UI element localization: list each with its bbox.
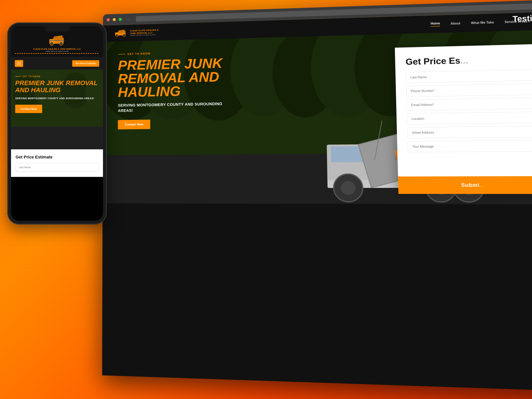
phone-estimate-card: Get Price Estimate [11,149,103,177]
phone-get-price-button[interactable]: Get Price Estimate [72,60,99,67]
phone-label-line [15,76,21,76]
testimony-cutoff-area: Testimo [478,14,532,28]
website-logo-area: CLEAN SLATE HAULING & JUNK REMOVAL LLC S… [114,28,159,38]
panel-submit-button[interactable]: Submi... [398,176,532,194]
panel-phone-input[interactable] [406,84,532,97]
phone-contact-now-button[interactable]: Contact Now [15,105,42,113]
browser-nav-buttons: ‹ › [126,17,130,21]
browser-forward-button[interactable]: › [129,17,130,21]
website-hero-title: PREMIER JUNK REMOVAL AND HAULING [118,56,254,99]
phone-logo-tagline: START WITH A CLEAN SLATE [46,51,69,52]
panel-message-input[interactable] [408,140,532,152]
phone-estimate-title: Get Price Estimate [16,155,98,160]
website-contact-now-button[interactable]: Contact Now [118,120,150,129]
phone-screen: CLEAN SLATE HAULING & JUNK REMOVAL LLC S… [11,26,103,221]
phone-frame: CLEAN SLATE HAULING & JUNK REMOVAL LLC S… [8,23,106,224]
phone-hero: GET TO KNOW PREMIER JUNK REMOVAL AND HAU… [11,70,103,149]
nav-link-about[interactable]: About [450,22,460,25]
svg-rect-7 [49,40,64,41]
phone-logo-decoration [15,53,99,54]
hamburger-menu-button[interactable] [15,60,23,67]
nav-link-home[interactable]: Home [431,22,440,27]
panel-location-input[interactable] [407,112,532,125]
website-hero-subtitle: SERVING MONTGOMERY COUNTY AND SUROUNDING… [118,101,234,113]
panel-title: Get Price Es... [405,54,532,67]
phone-hero-content: GET TO KNOW PREMIER JUNK REMOVAL AND HAU… [11,70,103,119]
panel-street-address-input[interactable] [407,126,532,139]
phone-get-to-know-label: GET TO KNOW [15,75,99,77]
phone-hero-subtitle: SERVING MONTGOMERY COUNTY AND SUROUNDING… [15,97,99,100]
phone-notch [45,26,69,32]
hamburger-line-3 [17,65,21,65]
hamburger-line-2 [17,63,21,64]
phone-hero-title: PREMIER JUNK REMOVAL AND HAULING [15,79,99,94]
browser-maximize-dot[interactable] [119,18,122,21]
svg-point-3 [51,43,52,44]
website-get-to-know-text: GET TO KNOW [127,52,151,56]
svg-point-5 [60,43,62,44]
browser-minimize-dot[interactable] [113,18,116,21]
phone-navbar: Get Price Estimate [11,57,103,70]
website-logo-text-block: CLEAN SLATE HAULING & JUNK REMOVAL LLC S… [130,29,159,36]
hamburger-line-1 [17,62,21,62]
panel-email-input[interactable] [407,98,532,111]
testimony-text: Testimo [513,14,532,24]
phone-mockup: CLEAN SLATE HAULING & JUNK REMOVAL LLC S… [8,23,106,376]
browser-close-dot[interactable] [107,18,110,21]
phone-logo-icon [48,34,66,47]
laptop-mockup: ‹ › Testimo [103,11,517,372]
website-get-to-know-line [118,54,126,55]
phone-last-name-input[interactable] [16,163,98,171]
browser-frame: ‹ › Testimo [102,0,532,391]
browser-back-button[interactable]: ‹ [126,18,127,21]
price-estimate-panel: Get Price Es... Submi... [395,44,532,194]
panel-last-name-input[interactable] [406,70,532,83]
main-scene: CLEAN SLATE HAULING & JUNK REMOVAL LLC S… [0,0,532,399]
website-logo-icon [114,28,127,38]
website-content: Testimo [102,12,532,391]
phone-logo-text: CLEAN SLATE HAULING & JUNK REMOVAL LLC [33,48,81,50]
phone-get-to-know-text: GET TO KNOW [22,75,40,77]
